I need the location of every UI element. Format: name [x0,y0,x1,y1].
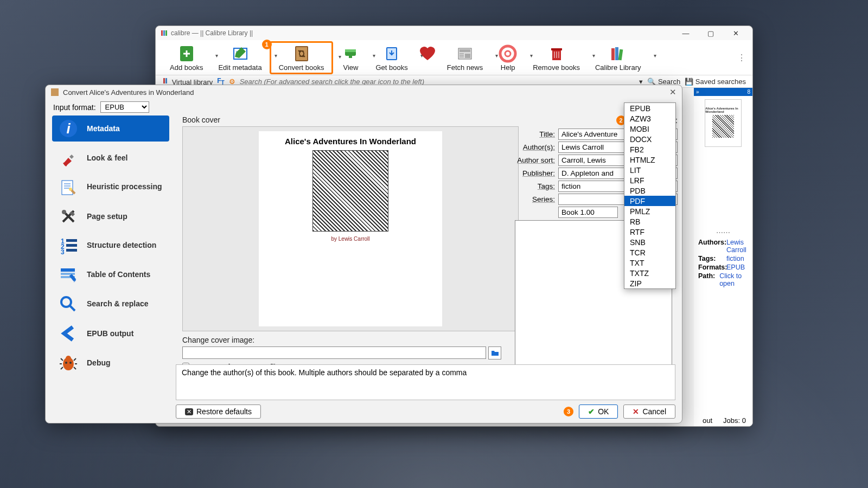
overflow-icon[interactable]: ⋮ [737,53,746,63]
app-icon [160,29,168,37]
format-option-rb[interactable]: RB [624,216,675,227]
cover-illustration [312,150,388,232]
dialog-icon [51,88,59,96]
jobs-button[interactable]: Jobs: 0 [723,416,746,425]
book-thumbnail[interactable]: Alice's Adventures In Wonderland [705,99,742,147]
minimize-button[interactable]: — [673,26,698,40]
authors-link[interactable]: Lewis Carroll [726,239,748,254]
svg-rect-9 [349,56,352,58]
format-option-epub[interactable]: EPUB [624,103,675,113]
sidebar-item-structure[interactable]: 123 Structure detection [52,233,169,259]
cover-path-input[interactable] [182,346,486,359]
sidebar-item-debug[interactable]: Debug [52,350,169,376]
svg-rect-13 [459,49,470,52]
cancel-button[interactable]: ✕Cancel [623,404,675,419]
browse-folder-button[interactable] [488,346,501,359]
sidebar-item-heuristic[interactable]: Heuristic processing [52,174,169,200]
svg-text:i: i [66,120,71,137]
format-option-azw3[interactable]: AZW3 [624,113,675,124]
svg-rect-35 [66,249,77,252]
restore-defaults-button[interactable]: ✕Restore defaults [176,404,261,419]
format-option-pdb[interactable]: PDB [624,185,675,196]
status-bar: out Jobs: 0 [696,414,752,426]
path-link[interactable]: Click to open [719,272,748,287]
svg-text:3: 3 [61,248,65,255]
format-option-mobi[interactable]: MOBI [624,124,675,134]
chevron-down-icon[interactable]: ▾ [654,53,656,59]
format-option-rtf[interactable]: RTF [624,227,675,237]
view-button[interactable]: View ▾ [333,42,368,74]
svg-rect-8 [345,49,356,52]
convert-books-icon [292,44,311,63]
sidebar-item-look-feel[interactable]: Look & feel [52,145,169,171]
drag-handle-icon[interactable]: ⋯⋯ [698,228,748,236]
input-format-select[interactable]: EPUB [100,101,149,113]
fave-icon-button[interactable] [416,42,439,74]
svg-rect-36 [61,268,75,272]
close-button[interactable]: ✕ [723,26,748,40]
search-icon [58,294,79,314]
format-option-htmlz[interactable]: HTMLZ [624,155,675,165]
cover-preview: Alice's Adventures In Wonderland by Lewi… [259,131,442,326]
format-option-txt[interactable]: TXT [624,258,675,268]
format-option-fb2[interactable]: FB2 [624,144,675,155]
main-toolbar: Add books ▾ Edit metadata 1 ▾ Convert bo… [156,40,752,75]
detail-chevron[interactable]: » [696,89,699,95]
format-option-snb[interactable]: SNB [624,237,675,247]
tools-icon [58,207,79,226]
tags-link[interactable]: fiction [726,255,744,262]
output-format-dropdown[interactable]: EPUBAZW3MOBIDOCXFB2HTMLZLITLRFPDBPDFPMLZ… [624,102,676,289]
sidebar-item-epub-output[interactable]: EPUB output [52,320,169,346]
format-option-tcr[interactable]: TCR [624,247,675,258]
format-option-lit[interactable]: LIT [624,165,675,175]
svg-rect-14 [465,54,470,58]
dialog-footer: ✕Restore defaults 3 ✔OK ✕Cancel [176,404,675,419]
format-option-lrf[interactable]: LRF [624,175,675,185]
calibre-library-button[interactable]: Calibre Library ▾ [588,42,649,74]
svg-rect-24 [51,88,59,96]
book-details-panel: » 8 Alice's Adventures In Wonderland ⋯⋯ … [694,88,752,426]
fetch-news-icon [455,44,475,63]
format-option-pdf[interactable]: PDF [624,196,675,206]
bug-icon [58,353,79,373]
edit-metadata-button[interactable]: Edit metadata 1 ▾ [210,42,269,74]
help-icon [498,44,518,63]
fetch-news-button[interactable]: Fetch news ▾ [439,42,490,74]
info-icon: i [58,119,79,138]
get-books-button[interactable]: Get books ▾ [368,42,415,74]
svg-rect-6 [296,47,307,60]
svg-rect-37 [61,273,75,275]
format-option-zip[interactable]: ZIP [624,278,675,288]
ok-button[interactable]: ✔OK [579,404,618,419]
add-books-button[interactable]: Add books ▾ [162,42,210,74]
step-badge-3: 3 [564,407,573,416]
format-option-docx[interactable]: DOCX [624,134,675,144]
layout-button[interactable]: out [703,416,712,425]
dialog-titlebar: Convert Alice's Adventures in Wonderland… [46,85,682,99]
remove-books-button[interactable]: Remove books ▾ [525,42,588,74]
help-button[interactable]: Help ▾ [490,42,525,74]
format-option-txtz[interactable]: TXTZ [624,268,675,278]
svg-point-42 [65,362,67,364]
svg-point-43 [69,362,72,364]
convert-sidebar: i Metadata Look & feel Heuristic process… [46,115,176,423]
help-text-area: Change the author(s) of this book. Multi… [176,364,675,400]
svg-rect-2 [165,30,167,36]
svg-rect-21 [618,49,623,60]
book-number-input[interactable] [558,207,618,218]
add-books-icon [177,44,196,63]
titlebar: calibre — || Calibre Library || — ▢ ✕ [156,26,752,40]
sidebar-item-toc[interactable]: Table of Contents [52,262,169,288]
close-icon[interactable]: ✕ [669,87,676,97]
maximize-button[interactable]: ▢ [698,26,723,40]
sidebar-item-metadata[interactable]: i Metadata [52,115,169,142]
remove-books-icon [547,44,566,63]
formats-link[interactable]: EPUB [726,264,745,271]
format-option-pmlz[interactable]: PMLZ [624,206,675,216]
convert-books-button[interactable]: Convert books ▾ [270,41,334,74]
sidebar-item-search-replace[interactable]: Search & replace [52,291,169,317]
sidebar-item-page-setup[interactable]: Page setup [52,203,169,229]
view-icon [341,44,360,63]
dialog-title: Convert Alice's Adventures in Wonderland [63,88,194,97]
saved-searches-button[interactable]: 💾 Saved searches [685,78,746,86]
